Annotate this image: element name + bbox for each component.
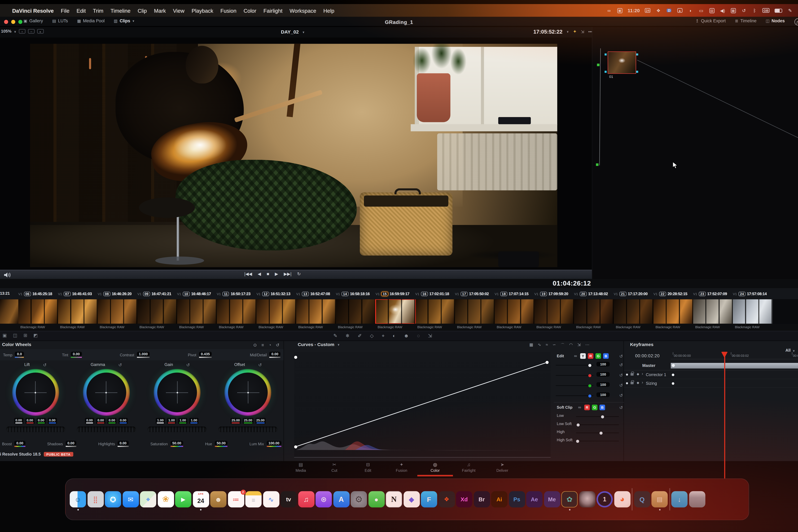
dock-item[interactable]: Ps (509, 491, 525, 508)
keyframe-ruler[interactable]: 00:00:00:0000:00:03:0200:00:0 (671, 352, 798, 359)
slider-knob[interactable] (588, 364, 591, 367)
status-icon[interactable]: ✎ (787, 8, 793, 13)
channel-value[interactable]: 100 (596, 362, 610, 367)
secondary-control[interactable]: Shadows 0.00 (47, 441, 76, 447)
wheels-mode-icon[interactable]: ↺ (276, 343, 280, 348)
timeline-clip-thumbnail[interactable] (733, 299, 773, 324)
viewer-timecode[interactable]: 17:05:52:22 (533, 28, 563, 35)
timeline-clip-header[interactable]: V1 15 16:59:59:17 (376, 288, 415, 299)
soft-channel-button[interactable]: G (592, 405, 597, 410)
timeline-clip-thumbnail[interactable] (58, 299, 98, 324)
timeline-clip-header[interactable]: V1 17 17:05:50:02 (455, 288, 495, 299)
chevron-right-icon[interactable]: › (642, 372, 643, 376)
node-port[interactable] (605, 71, 607, 73)
link-icon[interactable]: ∞ (574, 354, 577, 358)
status-icon[interactable]: ▮ (775, 8, 782, 13)
dock-item[interactable]: ◕ (614, 491, 630, 508)
menu-item[interactable]: Color (244, 7, 256, 14)
timeline-clip-header[interactable]: V1 08 16:46:26:20 (98, 288, 137, 299)
channel-button[interactable]: B (603, 353, 609, 359)
enable-dot[interactable] (626, 374, 628, 376)
timeline-clip-header[interactable]: V1 14 16:58:18:16 (336, 288, 376, 299)
reset-icon[interactable]: ↺ (619, 393, 623, 398)
dock-item[interactable]: A (333, 491, 349, 508)
wheel-value[interactable]: 1.00 (178, 418, 187, 424)
timeline-clip-thumbnail[interactable] (18, 299, 58, 324)
channel-value[interactable]: 100 (596, 382, 610, 387)
palette-icon[interactable]: ✐ (358, 333, 362, 339)
menu-item[interactable]: Mark (154, 7, 166, 14)
transport-button[interactable]: ■ (267, 271, 269, 277)
reset-icon[interactable]: ↺ (258, 362, 262, 367)
keyframe-row[interactable]: ◆ › Corrector 1 (624, 370, 798, 379)
timeline-clip-header[interactable]: V1 09 16:47:41:21 (137, 288, 177, 299)
dock-item[interactable]: Ai (491, 491, 507, 508)
node-port[interactable] (636, 54, 638, 56)
control-value[interactable]: 0.00 (117, 441, 129, 445)
dock-item[interactable]: F (421, 491, 437, 508)
timeline-clip-thumbnail[interactable] (495, 299, 534, 324)
palette-icon[interactable]: ⌖ (382, 333, 384, 339)
keyframe-diamond-icon[interactable]: ◆ (636, 372, 639, 376)
app-menu-title[interactable]: DaVinci Resolve (12, 7, 54, 14)
primary-control[interactable]: Contrast 1.000 (120, 352, 150, 358)
curves-mode-icon[interactable]: ▦ (529, 343, 533, 348)
timeline-clip-thumbnail[interactable] (415, 299, 455, 324)
wheel-crosshair[interactable] (87, 373, 126, 412)
soft-channel-button[interactable]: R (584, 405, 590, 410)
timeline-clip-header[interactable]: V1 23 17:52:07:09 (693, 288, 733, 299)
channel-slider[interactable] (556, 385, 593, 386)
primary-control[interactable]: Mid/Detail 0.00 (250, 352, 280, 358)
menu-item[interactable]: File (61, 7, 70, 14)
menu-item[interactable]: Fairlight (264, 7, 282, 14)
reset-icon[interactable]: ↺ (43, 362, 46, 367)
play-mini-icon[interactable]: ▸ (37, 29, 44, 34)
master-track[interactable] (671, 363, 798, 368)
palette-icon[interactable]: ✎ (333, 333, 337, 339)
wheel-value[interactable]: 0.00 (25, 418, 34, 424)
lock-icon[interactable] (630, 373, 633, 376)
node-port[interactable] (636, 71, 638, 73)
dock-item[interactable]: ☺ (70, 491, 86, 508)
control-value[interactable]: 50.00 (170, 441, 183, 445)
channel-slider[interactable] (556, 375, 593, 376)
transport-button[interactable]: ▶ (275, 271, 278, 277)
dock-item[interactable]: Ae (526, 491, 543, 508)
palette-icon[interactable]: ❄ (345, 333, 349, 339)
timeline-clip-thumbnail[interactable] (534, 299, 574, 324)
curves-mode-icon[interactable]: ⇲ (577, 343, 581, 348)
wheel-value[interactable]: 0.00 (85, 418, 94, 424)
curves-mode-icon[interactable]: ⋯ (585, 343, 589, 348)
transport-button[interactable]: |◀◀ (244, 271, 252, 277)
timeline-clip-thumbnail[interactable] (137, 299, 177, 324)
menu-item[interactable]: Timeline (111, 7, 131, 14)
curves-mode-icon[interactable]: ∽ (552, 343, 556, 348)
wheel-crosshair[interactable] (16, 373, 55, 412)
timeline-clip-header[interactable]: V1 13 16:52:47:08 (296, 288, 336, 299)
color-wheel[interactable] (83, 369, 130, 416)
timeline-clip-header[interactable]: V1 18 17:07:14:15 (495, 288, 534, 299)
reset-icon[interactable]: ↺ (186, 362, 190, 367)
control-value[interactable]: 0.435 (199, 352, 212, 356)
wheel-value[interactable]: 25.00 (255, 418, 266, 424)
dock-item[interactable]: N (386, 491, 402, 508)
timeline-clip-header[interactable]: V1 12 16:51:32:13 (256, 288, 296, 299)
control-value[interactable]: 0.0 (15, 352, 24, 356)
dock-item[interactable] (669, 488, 670, 511)
status-icon[interactable]: ᛒ (752, 8, 757, 13)
dock-item[interactable]: 1 (596, 491, 613, 508)
dock-item[interactable]: ⣿ (87, 491, 103, 508)
dock-item[interactable]: ❀ (157, 491, 174, 508)
wheel-crosshair[interactable] (157, 373, 197, 412)
tool-icon[interactable]: ▣ (3, 333, 7, 338)
node-output-port[interactable] (596, 163, 598, 166)
status-icon[interactable]: ↺ (741, 8, 747, 13)
timeline-clip-thumbnail[interactable] (653, 299, 693, 324)
primary-control[interactable]: Pivot 0.435 (188, 352, 212, 358)
dock-item[interactable]: ∿ (263, 491, 279, 508)
wheel-value[interactable]: 0.00 (36, 418, 45, 424)
color-wheel[interactable] (154, 369, 201, 416)
dock-item[interactable]: ♫ (298, 491, 314, 508)
control-value[interactable]: 50.00 (215, 441, 228, 445)
enable-dot[interactable] (626, 382, 628, 384)
